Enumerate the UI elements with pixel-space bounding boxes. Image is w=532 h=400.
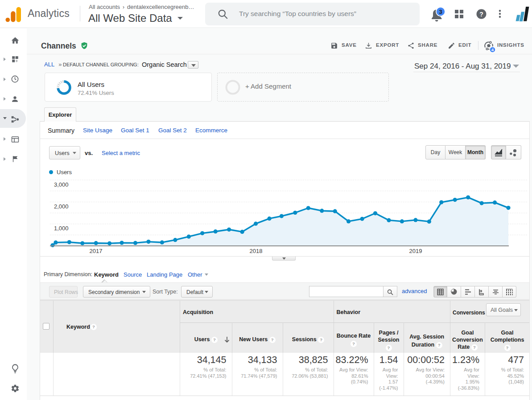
svg-text:1,000: 1,000 [54, 225, 69, 232]
svg-text:2,000: 2,000 [54, 203, 69, 210]
svg-text:?: ? [479, 11, 483, 18]
svg-text:3: 3 [439, 8, 442, 15]
svg-text:2017: 2017 [90, 248, 103, 254]
svg-text:2019: 2019 [409, 248, 422, 254]
svg-text:3,000: 3,000 [54, 181, 69, 188]
svg-text:2018: 2018 [250, 248, 263, 254]
svg-text:4: 4 [491, 47, 494, 52]
